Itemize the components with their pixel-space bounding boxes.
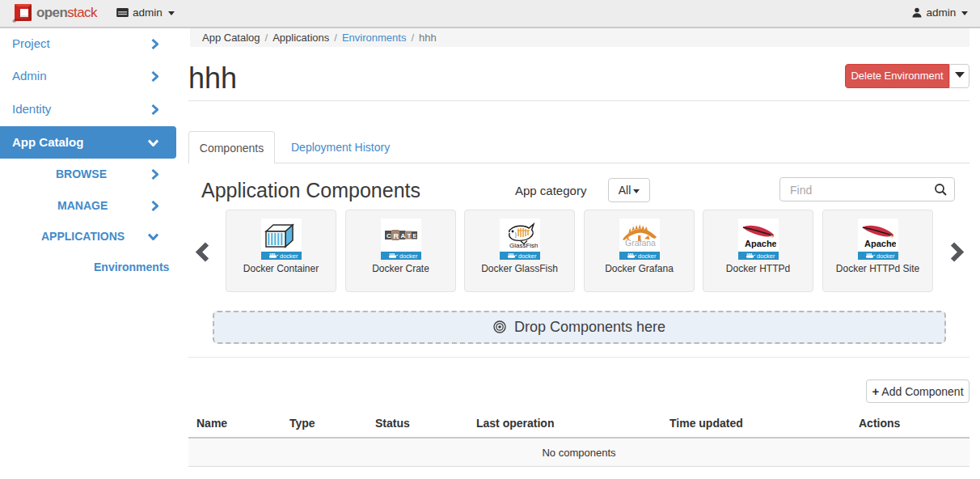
svg-text:Apache: Apache (745, 239, 776, 248)
svg-text:R: R (394, 231, 399, 240)
svg-text:docker: docker (757, 252, 775, 260)
svg-text:Apache: Apache (864, 239, 896, 248)
svg-text:docker: docker (399, 252, 418, 260)
svg-text:docker: docker (280, 252, 298, 260)
svg-text:C: C (387, 232, 391, 240)
svg-text:GlassFish: GlassFish (509, 242, 538, 249)
svg-text:E: E (413, 232, 417, 238)
svg-text:T: T (408, 231, 412, 239)
svg-text:Grafana: Grafana (625, 238, 656, 248)
svg-text:docker: docker (638, 252, 657, 260)
svg-text:A: A (401, 232, 406, 240)
svg-text:docker: docker (518, 252, 537, 260)
svg-text:docker: docker (877, 252, 895, 260)
